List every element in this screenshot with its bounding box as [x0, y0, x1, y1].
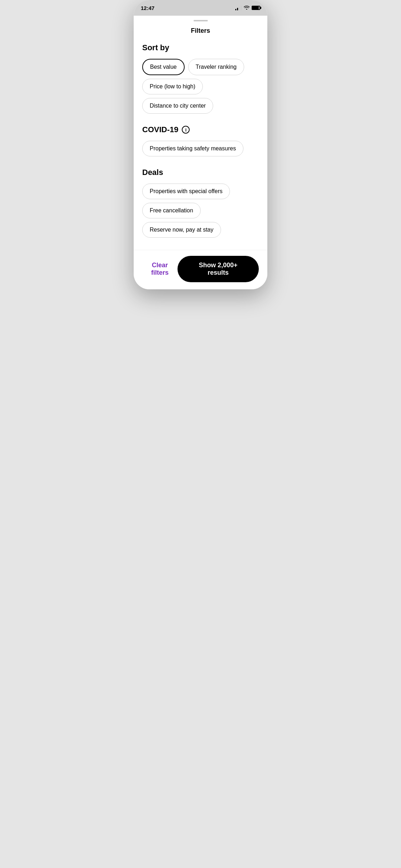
covid-pills: Properties taking safety measures	[142, 141, 259, 156]
battery-icon	[252, 6, 260, 10]
deal-reserve-now[interactable]: Reserve now, pay at stay	[142, 222, 221, 238]
status-icons	[235, 5, 260, 11]
sort-by-section: Sort by Best value Traveler ranking Pric…	[134, 43, 267, 114]
page-title: Filters	[134, 24, 267, 43]
deals-title: Deals	[142, 168, 259, 177]
sort-traveler-ranking[interactable]: Traveler ranking	[188, 59, 244, 75]
sort-best-value[interactable]: Best value	[142, 59, 185, 75]
content-scroll[interactable]: Filters Sort by Best value Traveler rank…	[134, 16, 267, 289]
deal-special-offers[interactable]: Properties with special offers	[142, 184, 230, 199]
covid-safety-measures[interactable]: Properties taking safety measures	[142, 141, 243, 156]
show-results-button[interactable]: Show 2,000+ results	[178, 256, 259, 282]
phone-frame: 12:47 Fil	[134, 0, 267, 289]
sort-by-title: Sort by	[142, 43, 259, 52]
covid-title: COVID-19	[142, 125, 178, 134]
sort-price-low-high[interactable]: Price (low to high)	[142, 79, 203, 94]
deal-free-cancellation[interactable]: Free cancellation	[142, 203, 201, 218]
wifi-icon	[244, 5, 250, 11]
status-bar: 12:47	[134, 0, 267, 16]
modal-handle	[134, 16, 267, 24]
covid-section: COVID-19 i Properties taking safety meas…	[134, 125, 267, 156]
status-time: 12:47	[141, 5, 154, 11]
clear-filters-button[interactable]: Clear filters	[142, 262, 178, 277]
bottom-bar: Clear filters Show 2,000+ results	[134, 250, 267, 289]
covid-info-icon[interactable]: i	[182, 126, 190, 134]
sort-by-pills: Best value Traveler ranking Price (low t…	[142, 59, 259, 114]
deals-section: Deals Properties with special offers Fre…	[134, 168, 267, 238]
signal-icon	[235, 5, 242, 10]
deals-pills: Properties with special offers Free canc…	[142, 184, 259, 238]
sort-distance-city[interactable]: Distance to city center	[142, 98, 213, 114]
